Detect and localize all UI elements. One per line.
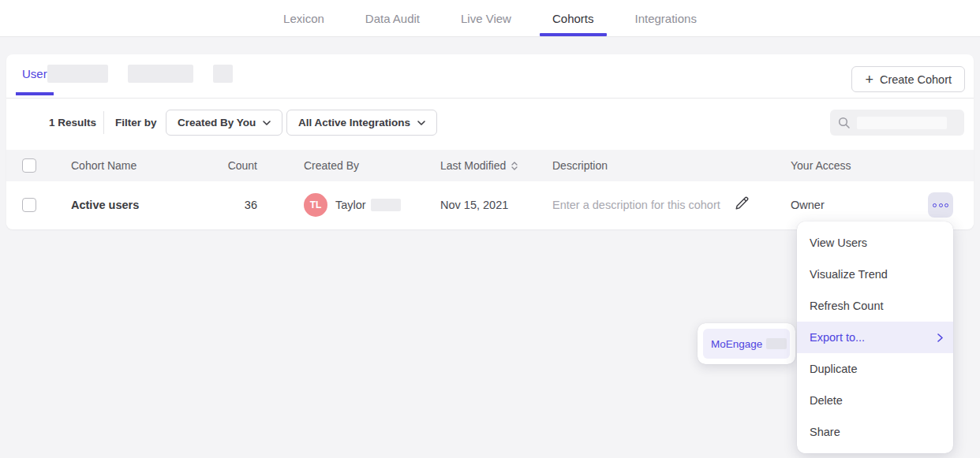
menu-item-delete[interactable]: Delete [797,385,953,416]
divider [103,111,104,134]
redacted-block [766,338,787,349]
menu-item-duplicate[interactable]: Duplicate [797,353,953,385]
filter-by-label: Filter by [115,99,157,146]
redacted-search-text [857,117,947,129]
header-last-modified[interactable]: Last Modified [440,150,518,181]
row-checkbox[interactable] [22,198,36,212]
export-submenu: MoEngage [698,323,795,364]
description-input[interactable]: Enter a description for this cohort [552,181,720,229]
row-actions-menu: View Users Visualize Trend Refresh Count… [797,222,953,453]
header-last-modified-label: Last Modified [440,159,506,172]
filter-row: 1 Results Filter by Created By You All A… [6,99,974,146]
search-input[interactable] [830,110,964,136]
redacted-subtab [213,65,233,83]
create-cohort-label: Create Cohort [880,73,952,86]
header-cohort-name: Cohort Name [71,150,137,181]
tab-integrations[interactable]: Integrations [632,0,700,36]
cohort-name-link[interactable]: Active users [71,181,139,229]
integrations-dropdown[interactable]: All Active Integrations [286,110,437,136]
create-cohort-button[interactable]: + Create Cohort [851,66,965,92]
table-header: Cohort Name Count Created By Last Modifi… [6,150,974,181]
chevron-right-icon [937,333,943,342]
sort-icon[interactable] [511,162,518,170]
search-icon [838,117,851,129]
menu-item-view-users[interactable]: View Users [797,227,953,259]
subtab-row: User + Create Cohort [6,54,974,99]
tab-lexicon[interactable]: Lexicon [280,0,327,36]
menu-item-share[interactable]: Share [797,416,953,448]
created-by-dropdown-value: Created By You [178,117,256,128]
created-by-cell: TL Taylor [304,181,401,229]
chevron-down-icon [417,121,425,125]
header-count: Count [188,150,257,181]
redacted-subtab [128,65,193,83]
select-all-checkbox[interactable] [22,158,36,173]
header-your-access: Your Access [791,150,851,181]
integrations-dropdown-value: All Active Integrations [298,117,410,128]
ellipsis-icon [933,203,937,207]
results-count: 1 Results [49,99,96,146]
cohort-count: 36 [188,181,257,229]
tab-data-audit[interactable]: Data Audit [362,0,423,36]
tab-cohorts[interactable]: Cohorts [549,0,597,36]
menu-item-visualize-trend[interactable]: Visualize Trend [797,259,953,290]
menu-item-refresh-count[interactable]: Refresh Count [797,290,953,322]
last-modified-cell: Nov 15, 2021 [440,181,508,229]
redacted-creator-surname [371,199,401,211]
edit-description-button[interactable] [734,195,750,214]
plus-icon: + [865,73,873,87]
avatar: TL [304,193,327,217]
chevron-down-icon [263,121,271,125]
row-actions-button[interactable] [928,192,953,218]
submenu-item-moengage-label: MoEngage [711,338,762,350]
redacted-subtab [47,65,108,83]
creator-name: Taylor [335,199,366,211]
submenu-item-moengage[interactable]: MoEngage [703,329,790,359]
header-description: Description [552,150,608,181]
tab-live-view[interactable]: Live View [458,0,514,36]
cohorts-panel: User + Create Cohort 1 Results Filter by… [6,54,974,229]
created-by-dropdown[interactable]: Created By You [166,110,282,136]
header-created-by: Created By [304,150,359,181]
pencil-icon [734,195,750,211]
top-navigation: Lexicon Data Audit Live View Cohorts Int… [0,0,980,37]
menu-item-export-to-label: Export to... [810,331,865,344]
menu-item-export-to[interactable]: Export to... [797,322,953,353]
